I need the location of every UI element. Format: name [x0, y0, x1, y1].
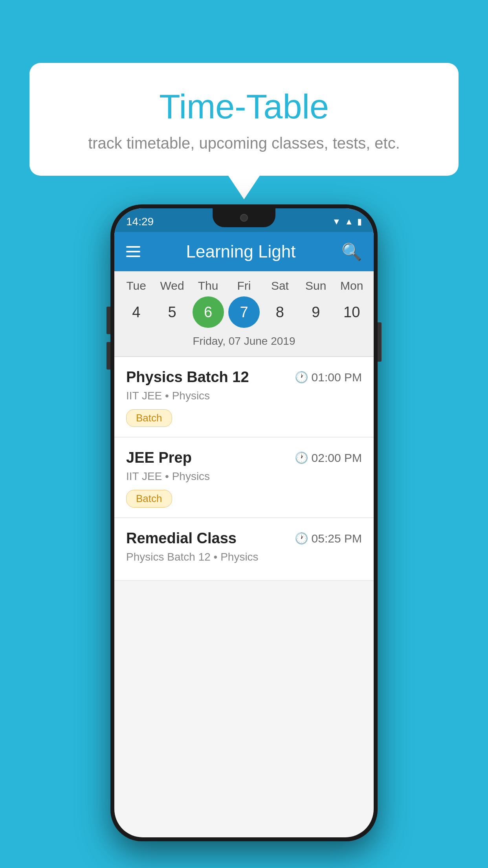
day-wed: Wed — [156, 279, 188, 292]
speech-bubble-container: Time-Table track timetable, upcoming cla… — [29, 63, 459, 199]
class-item-1-header: Physics Batch 12 🕐 01:00 PM — [126, 369, 362, 386]
phone-mockup: 14:29 ▼ ▲ ▮ Learning Light 🔍 — [110, 204, 378, 841]
batch-tag-2: Batch — [126, 490, 172, 508]
app-bar: Learning Light 🔍 — [114, 232, 374, 271]
class-name-1: Physics Batch 12 — [126, 369, 249, 386]
phone-outer: 14:29 ▼ ▲ ▮ Learning Light 🔍 — [110, 204, 378, 841]
class-name-2: JEE Prep — [126, 449, 192, 466]
date-10[interactable]: 10 — [336, 296, 367, 328]
phone-notch — [213, 208, 275, 227]
battery-icon: ▮ — [357, 217, 362, 227]
volume-up-button — [106, 307, 110, 334]
calendar-dates: 4 5 6 7 8 9 10 — [114, 296, 374, 328]
power-button — [378, 322, 382, 362]
signal-icon: ▲ — [345, 217, 353, 227]
wifi-icon: ▼ — [332, 217, 341, 227]
class-time-2: 🕐 02:00 PM — [295, 451, 362, 465]
speech-bubble: Time-Table track timetable, upcoming cla… — [29, 63, 459, 176]
class-details-2: IIT JEE • Physics — [126, 470, 362, 483]
search-icon[interactable]: 🔍 — [341, 242, 362, 261]
batch-tag-1: Batch — [126, 409, 172, 427]
class-item-2[interactable]: JEE Prep 🕐 02:00 PM IIT JEE • Physics Ba… — [114, 438, 374, 518]
volume-down-button — [106, 342, 110, 370]
date-4[interactable]: 4 — [121, 296, 152, 328]
class-item-1[interactable]: Physics Batch 12 🕐 01:00 PM IIT JEE • Ph… — [114, 357, 374, 438]
date-8[interactable]: 8 — [264, 296, 295, 328]
day-sun: Sun — [300, 279, 332, 292]
date-9[interactable]: 9 — [300, 296, 332, 328]
date-5[interactable]: 5 — [156, 296, 188, 328]
phone-screen: 14:29 ▼ ▲ ▮ Learning Light 🔍 — [114, 208, 374, 837]
class-time-3: 🕐 05:25 PM — [295, 532, 362, 545]
class-item-3-header: Remedial Class 🕐 05:25 PM — [126, 530, 362, 547]
speech-bubble-subtitle: track timetable, upcoming classes, tests… — [61, 134, 427, 152]
clock-icon-2: 🕐 — [295, 451, 308, 464]
day-tue: Tue — [121, 279, 152, 292]
status-time: 14:29 — [126, 215, 154, 228]
class-details-3: Physics Batch 12 • Physics — [126, 551, 362, 563]
class-details-1: IIT JEE • Physics — [126, 390, 362, 402]
date-6-today[interactable]: 6 — [193, 296, 224, 328]
front-camera — [240, 214, 248, 222]
hamburger-menu[interactable] — [126, 246, 140, 257]
day-mon: Mon — [336, 279, 367, 292]
clock-icon-1: 🕐 — [295, 371, 308, 384]
speech-bubble-title: Time-Table — [61, 86, 427, 127]
class-item-3[interactable]: Remedial Class 🕐 05:25 PM Physics Batch … — [114, 518, 374, 581]
day-thu: Thu — [193, 279, 224, 292]
class-list: Physics Batch 12 🕐 01:00 PM IIT JEE • Ph… — [114, 357, 374, 581]
clock-icon-3: 🕐 — [295, 532, 308, 545]
speech-bubble-arrow — [228, 176, 260, 199]
selected-date-label: Friday, 07 June 2019 — [114, 332, 374, 352]
status-icons: ▼ ▲ ▮ — [332, 217, 362, 227]
app-title: Learning Light — [186, 242, 296, 261]
class-time-1: 🕐 01:00 PM — [295, 371, 362, 384]
day-sat: Sat — [264, 279, 295, 292]
class-name-3: Remedial Class — [126, 530, 237, 547]
day-fri: Fri — [228, 279, 260, 292]
date-7-selected[interactable]: 7 — [228, 296, 260, 328]
calendar-days-header: Tue Wed Thu Fri Sat Sun Mon — [114, 279, 374, 292]
calendar-strip: Tue Wed Thu Fri Sat Sun Mon 4 5 6 7 8 9 … — [114, 271, 374, 356]
class-item-2-header: JEE Prep 🕐 02:00 PM — [126, 449, 362, 466]
